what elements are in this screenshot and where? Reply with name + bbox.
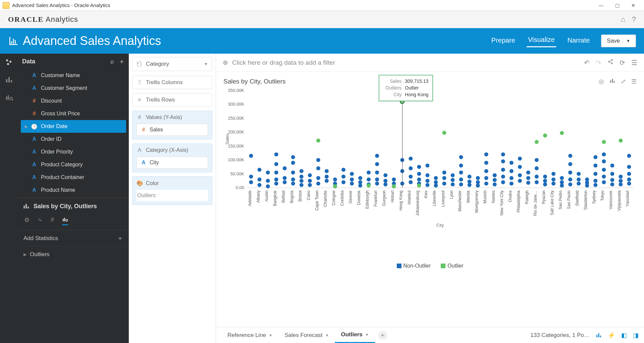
bolt-icon[interactable]: ⚡ [608,332,615,339]
svg-point-253 [316,138,320,142]
canvas-tab-outliers[interactable]: Outliers▼ [335,327,375,343]
shelf-values-y-axis-[interactable]: #Values (Y-Axis)#Sales [132,111,212,139]
auto-insight-icon[interactable] [596,332,602,338]
rail-data-icon[interactable] [5,58,13,66]
svg-point-224 [568,182,572,186]
share-icon[interactable] [607,59,613,67]
svg-text:Bangkok: Bangkok [273,190,277,206]
svg-point-118 [316,182,320,186]
field-label: Gross Unit Price [41,111,80,117]
help-icon[interactable]: ? [632,15,636,24]
outliers-row[interactable]: ▶Outliers [18,246,129,262]
viz-switch-icon[interactable] [609,78,615,85]
refresh-icon[interactable]: ⟳ [620,59,625,67]
shelf-trellis-rows[interactable]: ≡Trellis Rows [132,93,212,107]
filter-bar[interactable]: ⊕ Click here or drag data to add a filte… [216,54,644,72]
field-product-container[interactable]: AProduct Container [18,171,129,184]
svg-point-1 [9,61,11,63]
home-icon[interactable]: ⌂ [621,15,625,24]
svg-point-99 [274,182,278,186]
shelf-color[interactable]: 🎨ColorOutliers [132,176,212,205]
search-icon[interactable]: ⌕ [110,58,114,65]
svg-point-130 [350,182,354,186]
shelf-pill[interactable]: Outliers [137,190,208,201]
add-data-icon[interactable]: ＋ [119,57,125,65]
tool-hash-icon[interactable]: # [51,216,54,225]
field-product-category[interactable]: AProduct Category [18,158,129,171]
shelf-trellis-columns[interactable]: ⦙⦙⦙Trellis Columns [132,76,212,89]
svg-point-176 [459,182,463,186]
minimize-button[interactable]: — [593,0,609,11]
maximize-button[interactable]: ▢ [609,0,625,11]
canvas-tab-sales-forecast[interactable]: Sales Forecast▼ [278,327,335,343]
tool-settings-icon[interactable]: ⚙ [24,216,30,225]
svg-text:Sao Paulo: Sao Paulo [567,190,571,209]
svg-point-264 [619,138,623,142]
undo-icon[interactable]: ↶ [584,59,590,67]
tab-prepare[interactable]: Prepare [490,35,517,47]
svg-point-211 [543,175,547,179]
add-filter-icon[interactable]: ⊕ [223,59,228,66]
chart-plot[interactable]: 0.0050.00K100.00K150.00K200.00K250.00K30… [223,87,637,262]
shelf-pill[interactable]: #Sales [137,124,208,136]
svg-point-129 [350,177,354,181]
redo-icon[interactable]: ↷ [596,59,601,67]
svg-point-138 [375,162,379,166]
tab-visualize[interactable]: Visualize [527,35,556,47]
svg-text:Vancouver: Vancouver [608,190,613,209]
svg-point-205 [526,176,530,180]
target-icon[interactable]: ◎ [599,78,604,85]
tab-dropdown-icon[interactable]: ▼ [325,333,329,337]
tab-dropdown-icon[interactable]: ▼ [365,333,369,337]
save-button[interactable]: Save▼ [601,35,636,47]
left-rail [0,54,18,343]
rail-explore-icon[interactable] [5,93,13,101]
layout-left-icon[interactable]: ◧ [621,332,627,339]
close-button[interactable]: ✕ [625,0,641,11]
tab-narrate[interactable]: Narrate [566,35,591,47]
svg-point-190 [493,182,497,186]
svg-point-248 [627,165,631,169]
layout-right-icon[interactable]: ◨ [633,332,639,339]
shelf-pill[interactable]: ACity [137,157,208,169]
svg-text:200.00K: 200.00K [228,129,245,134]
shelf-category-x-axis-[interactable]: ACategory (X-Axis)ACity [132,144,212,172]
svg-point-135 [367,177,371,181]
tool-explain-icon[interactable] [62,216,68,225]
project-header: Advanced Sales Analytics Prepare Visuali… [0,28,644,54]
add-canvas-button[interactable]: ＋ [378,331,387,340]
svg-text:Ryazan: Ryazan [541,190,546,204]
tool-cluster-icon[interactable]: ⤷ [38,216,43,225]
svg-point-166 [442,170,446,174]
svg-point-106 [291,177,295,181]
svg-point-217 [560,176,564,180]
svg-point-243 [610,178,614,182]
rail-viz-icon[interactable] [5,76,13,84]
svg-point-175 [459,177,463,181]
svg-point-126 [341,175,345,179]
svg-point-173 [459,164,463,168]
field-customer-segment[interactable]: ACustomer Segment [18,82,129,95]
menu-icon[interactable]: ☰ [631,59,637,67]
svg-point-207 [535,158,539,162]
field-discount[interactable]: #Discount [18,95,129,107]
save-dropdown-caret[interactable]: ▼ [623,39,630,43]
svg-point-167 [442,176,446,180]
tab-dropdown-icon[interactable]: ▼ [269,333,272,337]
field-gross-unit-price[interactable]: #Gross Unit Price [18,107,129,120]
svg-point-153 [409,175,413,179]
field-order-priority[interactable]: AOrder Priority [18,146,129,158]
viz-type-selector[interactable]: Category ▼ [132,57,212,71]
svg-rect-14 [64,218,65,222]
canvas-tab-reference-line[interactable]: Reference Line▼ [221,327,278,343]
field-order-id[interactable]: AOrder ID [18,133,129,146]
field-customer-name[interactable]: ACustomer Name [18,69,129,82]
window-title: Advanced Sales Analytics - Oracle Analyt… [12,2,593,8]
field-product-name[interactable]: AProduct Name [18,184,129,196]
viz-menu-icon[interactable]: ☰ [631,78,637,85]
svg-point-186 [484,176,488,180]
expand-icon[interactable]: ⤢ [621,78,626,85]
field-order-date[interactable]: ▶🕓Order Date [21,120,126,133]
add-statistics-plus-icon[interactable]: ＋ [117,234,123,243]
add-statistics-row[interactable]: Add Statistics＋ [18,230,129,246]
